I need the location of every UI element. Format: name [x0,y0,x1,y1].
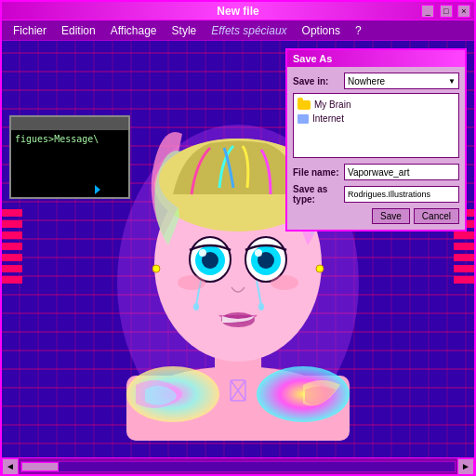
dropdown-arrow-icon: ▼ [448,77,456,86]
savetype-value: Rodrigues.Illustrations [348,190,430,199]
save-dialog-body: Save in: Nowhere ▼ My Brain Internet [287,67,465,230]
scroll-thumb[interactable] [21,462,59,471]
svg-point-15 [199,249,206,257]
save-in-dropdown[interactable]: Nowhere ▼ [344,73,459,89]
terminal-title [11,117,128,130]
savetype-label: Save as type: [293,184,344,205]
title-bar: New file _ □ × [2,2,474,20]
filename-row: File name: Vaporwave_art [293,164,459,180]
filename-label: File name: [293,167,344,178]
menu-style[interactable]: Style [165,22,205,39]
save-dialog: Save As Save in: Nowhere ▼ My Brain [285,48,467,231]
dialog-buttons: Save Cancel [293,208,459,224]
save-in-value: Nowhere [348,76,385,86]
savetype-row: Save as type: Rodrigues.Illustrations [293,184,459,205]
savetype-input[interactable]: Rodrigues.Illustrations [344,186,459,203]
list-item[interactable]: My Brain [298,98,455,112]
svg-point-25 [316,265,324,272]
scroll-left-arrow[interactable]: ◄ [2,458,19,475]
svg-point-23 [271,275,298,290]
cursor-arrow [95,185,100,194]
save-in-row: Save in: Nowhere ▼ [293,73,459,89]
list-item[interactable]: Internet [298,112,455,126]
folder-icon [298,100,311,110]
menu-help[interactable]: ? [348,22,369,39]
scroll-right-arrow[interactable]: ► [457,458,474,475]
bottom-scrollbar: ◄ ► [2,457,474,474]
window-controls: _ □ × [419,4,470,18]
close-button[interactable]: × [457,5,470,18]
svg-point-16 [255,249,262,257]
svg-point-24 [152,265,160,272]
save-in-label: Save in: [293,76,344,86]
svg-point-19 [193,303,199,311]
window-title: New file [217,5,258,18]
list-item-brain: My Brain [314,99,350,110]
terminal-content: figues>Message\ [15,134,99,144]
menu-bar: Fichier Edition Affichage Style Effets s… [2,20,474,41]
side-bars-right [454,209,474,419]
save-dialog-title: Save As [287,50,465,67]
filename-value: Vaporwave_art [348,167,410,178]
save-list-area: My Brain Internet [293,93,459,158]
svg-point-22 [178,275,205,290]
menu-fichier[interactable]: Fichier [6,22,54,39]
maximize-button[interactable]: □ [440,5,453,18]
terminal-window: figues>Message\ [9,115,130,199]
minimize-button[interactable]: _ [421,5,434,18]
cancel-button[interactable]: Cancel [414,208,459,224]
save-button[interactable]: Save [372,208,410,224]
computer-icon [298,114,309,124]
menu-edition[interactable]: Edition [54,22,103,39]
scroll-track[interactable] [20,461,456,472]
content-area: figues>Message\ Save As Save in: Nowhere… [2,41,474,461]
side-bars-left [2,209,22,419]
menu-options[interactable]: Options [295,22,348,39]
terminal-body: figues>Message\ [11,130,128,197]
menu-affichage[interactable]: Affichage [103,22,165,39]
svg-point-20 [258,303,264,311]
main-window: New file _ □ × Fichier Edition Affichage… [0,0,476,476]
filename-input[interactable]: Vaporwave_art [344,164,459,180]
menu-effets[interactable]: Effets spéciaux [204,22,294,39]
list-item-internet: Internet [312,113,344,124]
